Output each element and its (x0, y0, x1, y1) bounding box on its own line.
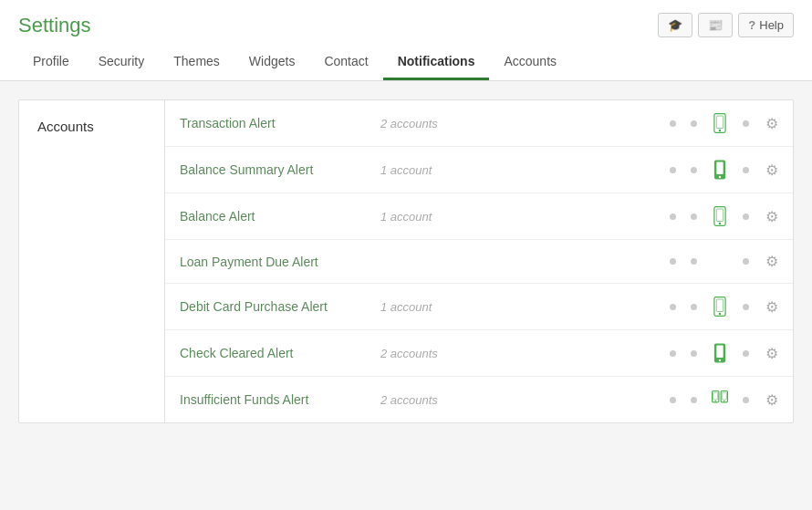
alert-name: Balance Summary Alert (180, 162, 380, 177)
alert-account-count: 1 account (380, 210, 481, 224)
svg-rect-13 (716, 345, 723, 357)
indicator-dot (670, 167, 676, 173)
alert-indicators (481, 258, 758, 265)
indicator-dot (743, 167, 749, 173)
help-btn[interactable]: ? Help (738, 13, 794, 37)
indicator-dot (691, 397, 697, 403)
mobile-phone-icon (712, 390, 728, 410)
tab-security[interactable]: Security (84, 47, 160, 80)
indicator-dot (670, 258, 676, 265)
svg-rect-4 (716, 161, 723, 173)
alert-name: Balance Alert (180, 209, 380, 224)
alert-indicators (481, 343, 758, 363)
settings-gear-icon[interactable]: ⚙ (765, 298, 778, 316)
indicator-dot (743, 397, 749, 403)
settings-gear-icon[interactable]: ⚙ (765, 161, 778, 179)
alert-row: Balance Summary Alert1 account ⚙ (165, 147, 793, 193)
svg-point-20 (724, 401, 724, 401)
settings-gear-icon[interactable]: ⚙ (765, 208, 778, 225)
svg-point-17 (715, 401, 716, 401)
help-label: Help (759, 18, 784, 32)
tab-bar: Profile Security Themes Widgets Contact … (18, 47, 794, 80)
alert-indicators (481, 160, 758, 180)
indicator-dot (743, 213, 749, 220)
svg-rect-10 (716, 299, 723, 311)
graduation-icon: 🎓 (668, 18, 682, 32)
settings-gear-icon[interactable]: ⚙ (765, 345, 778, 362)
graduation-btn[interactable]: 🎓 (658, 13, 692, 37)
alert-account-count: 1 account (380, 163, 481, 177)
accounts-section: Accounts Transaction Alert2 accounts ⚙Ba… (19, 100, 793, 422)
document-icon: 📰 (708, 18, 723, 32)
alert-row: Transaction Alert2 accounts ⚙ (165, 100, 793, 147)
indicator-dot (691, 213, 697, 220)
svg-rect-1 (716, 116, 723, 128)
indicator-dot (691, 350, 697, 357)
alert-row: Loan Payment Due Alert⚙ (165, 240, 793, 284)
alert-name: Loan Payment Due Alert (180, 255, 380, 269)
indicator-dot (670, 350, 676, 357)
alert-account-count: 2 accounts (380, 347, 481, 360)
mobile-phone-icon (712, 113, 728, 133)
settings-content: Accounts Transaction Alert2 accounts ⚙Ba… (18, 99, 794, 423)
settings-gear-icon[interactable]: ⚙ (765, 253, 778, 270)
indicator-dot (743, 304, 749, 310)
alert-row: Insufficient Funds Alert2 accounts ⚙ (165, 377, 793, 422)
alert-account-count: 1 account (380, 300, 481, 314)
page-title: Settings (18, 14, 91, 37)
section-label: Accounts (19, 100, 165, 422)
indicator-dot (743, 258, 749, 265)
alerts-list: Transaction Alert2 accounts ⚙Balance Sum… (165, 100, 793, 422)
help-circle-icon: ? (748, 18, 755, 32)
alert-row: Balance Alert1 account ⚙ (165, 193, 793, 240)
settings-gear-icon[interactable]: ⚙ (765, 391, 778, 409)
indicator-dot (743, 120, 749, 127)
alert-row: Check Cleared Alert2 accounts ⚙ (165, 330, 793, 377)
alert-account-count: 2 accounts (380, 393, 481, 407)
tab-notifications[interactable]: Notifications (383, 47, 490, 80)
tab-themes[interactable]: Themes (159, 47, 234, 80)
tab-contact[interactable]: Contact (309, 47, 382, 80)
indicator-dot (743, 350, 749, 357)
mobile-phone-icon (712, 160, 728, 180)
alert-indicators (481, 113, 758, 133)
indicator-dot (670, 304, 676, 310)
alert-name: Transaction Alert (180, 116, 380, 130)
tab-profile[interactable]: Profile (18, 47, 84, 80)
alert-row: Debit Card Purchase Alert1 account ⚙ (165, 284, 793, 330)
svg-rect-7 (716, 209, 723, 221)
indicator-dot (670, 120, 676, 127)
indicator-dot (691, 304, 697, 310)
svg-point-2 (719, 130, 721, 131)
header-actions: 🎓 📰 ? Help (658, 13, 794, 37)
alert-name: Insufficient Funds Alert (180, 392, 380, 407)
alert-name: Check Cleared Alert (180, 346, 380, 360)
indicator-dot (691, 258, 697, 265)
indicator-dot (670, 397, 676, 403)
svg-point-5 (719, 176, 721, 178)
alert-indicators (481, 297, 758, 317)
document-btn[interactable]: 📰 (698, 13, 733, 37)
indicator-dot (691, 167, 697, 173)
svg-point-14 (719, 359, 721, 361)
mobile-phone-icon (712, 206, 728, 226)
alert-account-count: 2 accounts (380, 117, 481, 130)
alert-indicators (481, 390, 758, 410)
indicator-dot (670, 213, 676, 220)
alert-indicators (481, 206, 758, 226)
svg-rect-16 (713, 392, 718, 400)
tab-widgets[interactable]: Widgets (234, 47, 310, 80)
svg-point-8 (719, 223, 721, 224)
svg-rect-19 (722, 392, 726, 400)
mobile-phone-icon (712, 297, 728, 317)
settings-gear-icon[interactable]: ⚙ (765, 115, 778, 132)
header: Settings 🎓 📰 ? Help Profile Security The… (0, 0, 812, 81)
tab-accounts[interactable]: Accounts (489, 47, 571, 80)
mobile-phone-icon (712, 343, 728, 363)
svg-point-11 (719, 313, 721, 315)
indicator-dot (691, 120, 697, 127)
alert-name: Debit Card Purchase Alert (180, 299, 380, 314)
